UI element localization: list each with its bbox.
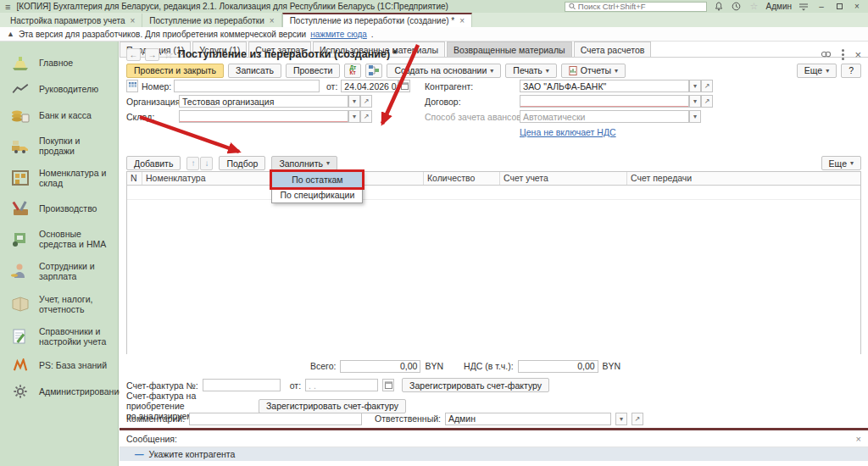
search-input[interactable] <box>578 2 703 11</box>
organization-field[interactable]: Тестовая организация <box>179 95 348 108</box>
calendar-button[interactable] <box>398 80 410 92</box>
move-down-button[interactable]: ↓ <box>200 157 213 170</box>
contractor-label: Контрагент: <box>425 81 520 92</box>
column-header-transfer-account[interactable]: Счет передачи <box>627 172 860 185</box>
close-document-button[interactable]: × <box>854 49 861 60</box>
invoice-date-field[interactable]: . . <box>305 379 378 391</box>
date-field[interactable]: 24.04.2026 0:00:00 <box>341 80 398 92</box>
grid-icon-button[interactable] <box>126 80 138 92</box>
help-button[interactable]: ? <box>841 64 861 78</box>
main-menu-icon[interactable]: ≡ <box>5 2 10 12</box>
sidebar-item-purchases-sales[interactable]: Покупки и продажи <box>0 130 118 162</box>
sidebar-item-staff-salary[interactable]: Сотрудники и зарплата <box>0 255 118 287</box>
grid-more-button[interactable]: Еще▾ <box>821 156 861 170</box>
sidebar-item-administration[interactable]: Администрирование <box>0 378 118 405</box>
contractor-open-button[interactable]: ↗ <box>701 80 713 92</box>
post-button[interactable]: Провести <box>286 64 340 78</box>
service-menu-icon[interactable] <box>798 2 810 12</box>
minimize-button[interactable]: – <box>815 2 827 12</box>
favorite-star-icon[interactable]: ☆ <box>164 48 174 61</box>
organization-select-button[interactable]: ▾ <box>348 95 360 108</box>
items-table: N Номенклатура Количество Счет учета Сче… <box>126 171 861 354</box>
save-button[interactable]: Записать <box>228 64 281 78</box>
structure-button[interactable] <box>365 64 382 78</box>
document-form: ← → ☆ Поступление из переработки (создан… <box>120 42 868 466</box>
sidebar-item-production[interactable]: Производство <box>0 194 118 223</box>
tab-close-icon[interactable]: × <box>270 16 275 25</box>
window-tab-receipt[interactable]: Поступление из переработки × <box>142 14 281 27</box>
advance-select-button[interactable]: ▾ <box>689 110 701 123</box>
current-user[interactable]: Админ <box>766 2 793 11</box>
pick-button[interactable]: Подбор <box>219 156 265 170</box>
post-and-close-button[interactable]: Провести и закрыть <box>126 64 224 78</box>
move-up-button[interactable]: ↑ <box>186 157 199 170</box>
contractor-select-button[interactable]: ▾ <box>689 80 701 92</box>
sidebar-item-accounting-taxes[interactable]: Учет, налоги, отчетность <box>0 288 118 320</box>
more-button[interactable]: Еще▾ <box>797 64 837 78</box>
total-field[interactable]: 0,00 <box>340 360 420 373</box>
truck-icon <box>7 137 34 154</box>
sidebar-item-bank-cash[interactable]: Банк и касса <box>0 101 118 130</box>
menu-item-by-specification[interactable]: По спецификации <box>272 187 362 202</box>
number-field[interactable] <box>174 80 320 92</box>
invoice-calendar-button[interactable] <box>382 379 394 391</box>
invoice-number-field[interactable] <box>203 379 281 391</box>
back-button[interactable]: ← <box>126 48 141 61</box>
sidebar-item-references-settings[interactable]: Справочники и настройки учета <box>0 320 118 352</box>
messages-header: Сообщения: × <box>120 430 868 447</box>
button-label: Отчеты <box>581 65 611 75</box>
sidebar-item-knowledge-base[interactable]: PS: База знаний <box>0 352 118 378</box>
comment-row: Комментарий: Ответственный: Админ ▾ ↗ <box>126 412 861 425</box>
warehouse-field[interactable] <box>179 110 348 123</box>
notifications-bell-icon[interactable] <box>713 2 725 12</box>
organization-open-button[interactable]: ↗ <box>360 95 372 108</box>
sidebar-item-manager[interactable]: Руководителю <box>0 77 118 101</box>
vat-price-link[interactable]: Цена не включает НДС <box>520 127 616 137</box>
add-row-button[interactable]: Добавить <box>126 156 181 170</box>
fill-button[interactable]: Заполнить▾ <box>271 156 337 170</box>
link-icon[interactable] <box>821 50 832 58</box>
column-header-account[interactable]: Счет учета <box>500 172 627 185</box>
global-search[interactable] <box>565 2 707 12</box>
favorites-star-icon[interactable]: ☆ <box>748 2 760 12</box>
register-invoice-button[interactable]: Зарегистрировать счет-фактуру <box>402 378 549 392</box>
history-icon[interactable] <box>731 2 743 12</box>
tab-close-icon[interactable]: × <box>459 16 465 25</box>
menu-item-by-balances[interactable]: По остаткам <box>272 172 362 187</box>
responsible-select-button[interactable]: ▾ <box>615 413 627 425</box>
window-tab-receipt-new[interactable]: Поступление из переработки (создание) * … <box>282 13 472 27</box>
buy-commercial-link[interactable]: нажмите сюда <box>310 30 367 39</box>
vat-currency: BYN <box>603 361 621 371</box>
register-purchase-invoice-button[interactable]: Зарегистрировать счет-фактуру <box>259 399 406 413</box>
contract-open-button[interactable]: ↗ <box>701 95 713 108</box>
show-postings-button[interactable]: ДтКт <box>344 64 361 78</box>
window-tab-settings[interactable]: Настройка параметров учета × <box>3 14 142 27</box>
column-header-quantity[interactable]: Количество <box>424 172 500 185</box>
reports-button[interactable]: Отчеты▾ <box>561 64 626 78</box>
forward-button[interactable]: → <box>145 48 159 61</box>
warehouse-select-button[interactable]: ▾ <box>348 110 360 123</box>
column-header-n[interactable]: N <box>127 172 142 185</box>
vat-field[interactable]: 0,00 <box>518 360 598 373</box>
create-based-on-button[interactable]: Создать на основании▾ <box>387 64 501 78</box>
advance-method-field[interactable]: Автоматически <box>520 110 689 123</box>
message-item[interactable]: — Укажите контрагента <box>120 447 868 461</box>
sidebar-item-fixed-assets[interactable]: Основные средства и НМА <box>0 223 118 255</box>
responsible-open-button[interactable]: ↗ <box>632 413 643 425</box>
sidebar-item-main[interactable]: Главное <box>0 48 118 77</box>
print-button[interactable]: Печать▾ <box>505 64 556 78</box>
book-icon <box>7 296 34 313</box>
contract-field[interactable] <box>520 95 689 108</box>
table-body-empty[interactable] <box>127 186 860 354</box>
close-window-button[interactable]: × <box>851 2 863 12</box>
responsible-field[interactable]: Админ <box>445 413 611 425</box>
tab-close-icon[interactable]: × <box>130 16 135 25</box>
comment-field[interactable] <box>189 413 362 425</box>
more-kebab-icon[interactable] <box>842 49 844 60</box>
contract-select-button[interactable]: ▾ <box>689 95 701 108</box>
sidebar-item-nomenclature-warehouse[interactable]: Номенклатура и склад <box>0 162 118 194</box>
warehouse-open-button[interactable]: ↗ <box>360 110 372 123</box>
contractor-field[interactable]: ЗАО "АЛЬФА-БАНК" <box>520 80 689 92</box>
restore-button[interactable] <box>833 2 845 12</box>
messages-close-icon[interactable]: × <box>856 434 861 444</box>
